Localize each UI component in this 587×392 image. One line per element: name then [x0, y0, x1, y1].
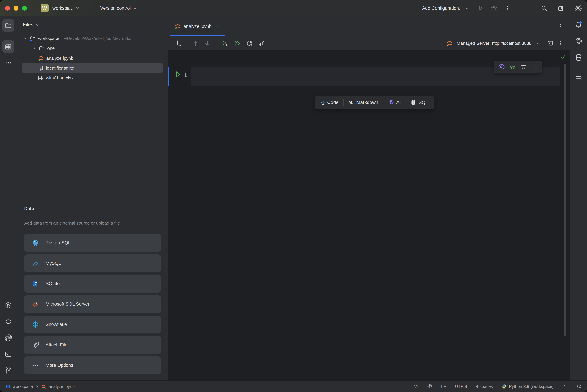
tab-options-kebab-icon[interactable]	[557, 23, 564, 30]
add-configuration-label: Add Configuration...	[422, 6, 463, 11]
debug-cell-icon[interactable]	[509, 64, 516, 70]
chevron-right-icon[interactable]	[32, 46, 37, 50]
data-source-more-options[interactable]: More Options	[24, 356, 161, 374]
tab-label: analyze.ipynb	[184, 24, 212, 29]
indent-setting[interactable]: 4 spaces	[476, 384, 493, 389]
move-cell-down-button[interactable]	[204, 40, 211, 46]
close-window-button[interactable]	[5, 6, 10, 10]
version-control-menu[interactable]: Version control	[100, 6, 137, 11]
sidebar-item-notifications[interactable]	[572, 19, 585, 31]
data-source-snowflake[interactable]: Snowflake	[24, 316, 161, 334]
sidebar-item-editor-layout[interactable]	[572, 72, 585, 85]
statusbar: workspace analyze.ipynb 2:1 LF UTF-8 4 s…	[0, 380, 587, 392]
data-source-mysql[interactable]: MySQL	[24, 254, 161, 272]
close-icon[interactable]	[216, 24, 220, 28]
share-edit-button[interactable]	[557, 4, 565, 12]
data-source-list: PostgreSQL MySQL SQLite Microsoft SQL Se…	[17, 234, 168, 374]
sidebar-item-more-tools[interactable]	[2, 57, 15, 69]
file-encoding[interactable]: UTF-8	[455, 384, 467, 389]
notebook-body[interactable]: 1 {} Code M↓ Markdown	[168, 50, 570, 380]
notebook-options-kebab-icon[interactable]	[557, 40, 564, 46]
breadcrumb-item[interactable]: workspace	[13, 384, 33, 389]
ai-status-icon[interactable]	[427, 384, 432, 389]
data-panel-subtitle: Add data from an external source or uplo…	[17, 220, 168, 226]
tree-row-withchart-xlsx[interactable]: withChart.xlsx	[22, 73, 163, 83]
minimize-window-button[interactable]	[14, 6, 19, 10]
notebook-scrollbar[interactable]	[564, 64, 566, 336]
workspace-square-icon	[6, 384, 10, 388]
sidebar-item-database[interactable]	[572, 52, 585, 64]
right-tool-strip	[570, 16, 587, 380]
ai-cell-action-icon[interactable]	[498, 64, 505, 70]
data-panel-title: Data	[17, 206, 168, 211]
unlocked-icon[interactable]	[562, 384, 567, 389]
chevron-down-icon[interactable]	[535, 41, 539, 45]
chevron-down-icon[interactable]	[23, 36, 27, 40]
run-cell-button[interactable]	[221, 40, 228, 47]
add-sql-cell-button[interactable]: SQL	[406, 96, 433, 109]
run-configuration-selector[interactable]: Add Configuration...	[422, 6, 469, 11]
files-panel: Files workspace ~/Develop/Work/intellij/…	[17, 16, 168, 198]
alert-circle-icon[interactable]	[576, 384, 582, 389]
database-icon	[575, 54, 582, 61]
sqlite-icon	[32, 280, 39, 288]
run-cell-gutter-button[interactable]	[174, 70, 182, 78]
restart-kernel-button[interactable]	[246, 40, 253, 47]
tree-row-analyze-ipynb[interactable]: analyze.ipynb	[22, 53, 163, 63]
run-all-cells-button[interactable]	[234, 40, 241, 47]
jupyter-console-button[interactable]	[547, 40, 554, 46]
project-selector-label: workspa...	[53, 6, 73, 11]
line-separator[interactable]: LF	[441, 384, 446, 389]
data-source-attach-file[interactable]: Attach File	[24, 336, 161, 354]
sidebar-item-git[interactable]	[2, 364, 15, 377]
move-cell-up-button[interactable]	[192, 40, 199, 46]
data-source-label: More Options	[46, 363, 73, 368]
tree-item-label: withChart.xlsx	[46, 75, 74, 81]
add-ai-cell-button[interactable]: AI	[383, 96, 405, 109]
breadcrumb-item[interactable]: analyze.ipynb	[49, 384, 75, 389]
sidebar-item-services[interactable]	[2, 299, 15, 311]
kebab-icon	[504, 5, 511, 12]
data-source-label: SQLite	[46, 281, 60, 286]
data-source-mssql[interactable]: Microsoft SQL Server	[24, 295, 161, 313]
clear-outputs-button[interactable]	[258, 40, 265, 47]
services-icon	[5, 302, 12, 309]
cell-options-kebab-icon[interactable]	[531, 64, 537, 70]
data-source-postgresql[interactable]: PostgreSQL	[24, 234, 161, 252]
project-selector[interactable]: workspa...	[53, 6, 80, 11]
cell-type-label: Markdown	[356, 100, 378, 105]
tree-item-label: one	[47, 46, 55, 51]
python-interpreter[interactable]: Python 3.9 (workspace)	[502, 384, 554, 389]
more-actions-button[interactable]	[504, 4, 511, 12]
titlebar: W workspa... Version control Add Configu…	[0, 0, 587, 16]
sidebar-item-jupyter[interactable]	[2, 316, 15, 328]
caret-position[interactable]: 2:1	[412, 384, 418, 389]
debug-button[interactable]	[490, 4, 498, 12]
search-everywhere-button[interactable]	[540, 4, 548, 12]
zoom-window-button[interactable]	[22, 6, 27, 10]
managed-server-selector[interactable]: Managed Server: http://localhost:8888	[457, 41, 531, 46]
tab-analyze-ipynb[interactable]: analyze.ipynb	[170, 16, 225, 36]
settings-button[interactable]	[574, 4, 582, 12]
files-panel-header[interactable]: Files	[17, 16, 168, 32]
toolbar-divider	[187, 40, 187, 46]
chevron-down-icon	[133, 6, 137, 10]
add-code-cell-button[interactable]: {} Code	[316, 96, 343, 109]
sidebar-item-python-packages[interactable]	[2, 332, 15, 344]
strip-divider	[574, 68, 583, 68]
jupyter-notebook-icon	[174, 23, 181, 30]
tree-row-workspace[interactable]: workspace ~/Develop/Work/intellij/out/de…	[22, 34, 163, 44]
data-source-sqlite[interactable]: SQLite	[24, 275, 161, 293]
add-cell-button[interactable]	[174, 40, 182, 47]
sidebar-item-data-tables[interactable]	[2, 40, 15, 53]
add-markdown-cell-button[interactable]: M↓ Markdown	[344, 96, 383, 109]
delete-cell-icon[interactable]	[520, 64, 527, 70]
run-button[interactable]	[477, 4, 484, 12]
tree-row-identifier-sqlite[interactable]: identifier.sqlite	[22, 63, 163, 73]
tree-row-one[interactable]: one	[22, 44, 163, 53]
tree-item-label: workspace	[38, 36, 59, 41]
sidebar-item-files[interactable]	[2, 20, 15, 32]
sidebar-item-ai-assistant[interactable]	[572, 35, 585, 47]
interpreter-label: Python 3.9 (workspace)	[509, 384, 554, 389]
sidebar-item-terminal[interactable]	[2, 348, 15, 360]
